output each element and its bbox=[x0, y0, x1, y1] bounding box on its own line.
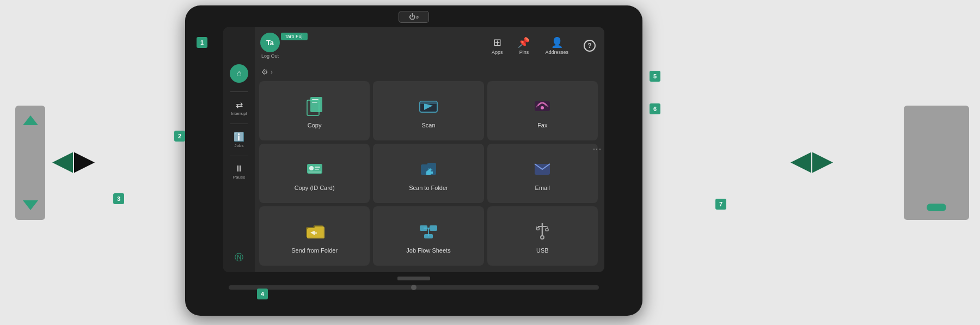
pause-icon: ⏸ bbox=[235, 164, 243, 174]
send-folder-label: Send from Folder bbox=[291, 247, 338, 254]
svg-rect-12 bbox=[315, 169, 319, 170]
sidebar-item-nfc: Ⓝ bbox=[223, 249, 255, 267]
copy-id-label: Copy (ID Card) bbox=[295, 185, 335, 191]
power-button[interactable]: ⏻↺ bbox=[399, 11, 429, 23]
email-svg-icon bbox=[530, 156, 554, 180]
nav-addresses[interactable]: 👤 Addresses bbox=[545, 36, 568, 55]
sidebar-item-pause[interactable]: ⏸ Pause bbox=[223, 161, 255, 183]
sidebar-item-jobs[interactable]: ℹ️ Jobs bbox=[223, 128, 255, 151]
callout-1: 1 bbox=[197, 37, 207, 48]
app-tile-scan-folder[interactable]: Scan to Folder bbox=[373, 144, 483, 203]
sidebar: ⌂ ⇄ Interrupt ℹ️ Jobs ⏸ Pause Ⓝ bbox=[223, 27, 255, 272]
nfc-icon: Ⓝ bbox=[235, 252, 243, 263]
copy-label: Copy bbox=[308, 122, 322, 128]
email-label: Email bbox=[535, 185, 550, 191]
fax-label: Fax bbox=[537, 122, 547, 128]
fax-svg-icon bbox=[530, 94, 554, 118]
logout-label[interactable]: Log Out bbox=[261, 53, 279, 59]
sidebar-item-interrupt[interactable]: ⇄ Interrupt bbox=[223, 96, 255, 119]
user-section: Ta Log Out bbox=[260, 33, 280, 59]
nav-apps[interactable]: ⊞ Apps bbox=[492, 36, 503, 55]
svg-rect-26 bbox=[546, 229, 548, 231]
settings-icon[interactable]: ⚙ bbox=[261, 68, 268, 76]
addresses-icon: 👤 bbox=[551, 36, 563, 48]
scan-icon-wrap bbox=[416, 94, 440, 118]
screen-header: Ta Log Out Taro Fuji ⊞ Apps 📌 Pins 👤 bbox=[223, 27, 604, 64]
app-tile-copy-id[interactable]: Copy (ID Card) bbox=[259, 144, 370, 203]
app-grid: Copy Scan bbox=[257, 79, 600, 268]
chevron-icon: › bbox=[271, 68, 273, 76]
device-body: ⏻↺ ⌂ ⇄ Interrupt ℹ️ Jobs ⏸ Pa bbox=[185, 5, 642, 316]
main-scene: 3 ⏻↺ ⌂ ⇄ Interrupt ℹ️ Jobs bbox=[0, 0, 980, 325]
svg-rect-2 bbox=[312, 99, 318, 100]
svg-rect-6 bbox=[420, 101, 437, 104]
left-navigation-arrows bbox=[52, 152, 95, 173]
app-tile-copy[interactable]: Copy bbox=[259, 81, 370, 140]
home-button[interactable]: ⌂ bbox=[230, 64, 248, 83]
copy-icon-wrap bbox=[303, 94, 327, 118]
app-tile-fax[interactable]: Fax bbox=[487, 81, 598, 140]
header-nav: ⊞ Apps 📌 Pins 👤 Addresses ? bbox=[492, 36, 596, 55]
sidebar-pause-label: Pause bbox=[233, 175, 246, 180]
interrupt-icon: ⇄ bbox=[236, 100, 243, 110]
arrow-left-icon[interactable] bbox=[52, 152, 73, 173]
svg-rect-19 bbox=[430, 225, 437, 231]
indicator-dot bbox=[411, 285, 416, 290]
tray-arrow-top-icon bbox=[23, 115, 38, 125]
right-area-arrow-right-icon[interactable] bbox=[812, 152, 833, 173]
apps-label: Apps bbox=[492, 50, 503, 55]
nav-pins[interactable]: 📌 Pins bbox=[518, 36, 530, 55]
settings-row: ⚙ › bbox=[257, 64, 277, 79]
scan-folder-label: Scan to Folder bbox=[409, 185, 448, 191]
sidebar-divider-1 bbox=[230, 91, 248, 92]
svg-point-27 bbox=[541, 236, 544, 239]
tray-arrow-bottom-icon bbox=[23, 200, 38, 210]
pins-label: Pins bbox=[519, 50, 529, 55]
callout-2: 2 bbox=[174, 131, 185, 142]
usb-bar bbox=[223, 274, 604, 282]
right-paper-tray bbox=[904, 106, 969, 220]
sidebar-jobs-label: Jobs bbox=[235, 143, 244, 148]
email-icon-wrap bbox=[530, 156, 554, 180]
apps-icon: ⊞ bbox=[493, 36, 501, 48]
svg-rect-13 bbox=[308, 171, 321, 173]
device-top-bar: ⏻↺ bbox=[185, 5, 642, 25]
job-flow-svg-icon bbox=[416, 219, 440, 243]
svg-rect-11 bbox=[315, 167, 320, 168]
usb-label: USB bbox=[536, 247, 549, 254]
scan-svg-icon bbox=[416, 94, 440, 118]
app-tile-usb[interactable]: USB bbox=[487, 206, 598, 266]
arrow-right-dark-icon[interactable] bbox=[74, 152, 95, 173]
copy-id-icon-wrap bbox=[303, 156, 327, 180]
svg-point-8 bbox=[541, 106, 544, 109]
jobs-icon: ℹ️ bbox=[234, 132, 244, 142]
job-flow-icon-wrap bbox=[416, 219, 440, 243]
callout-6: 6 bbox=[650, 103, 660, 114]
usb-icon-wrap bbox=[530, 219, 554, 243]
usb-port bbox=[397, 277, 430, 280]
sidebar-interrupt-label: Interrupt bbox=[231, 111, 247, 116]
job-flow-label: Job Flow Sheets bbox=[406, 247, 450, 254]
right-tray-button[interactable] bbox=[927, 204, 946, 211]
right-area-arrow-left-icon[interactable] bbox=[791, 152, 811, 173]
callout-3: 3 bbox=[113, 193, 124, 204]
app-tile-job-flow[interactable]: Job Flow Sheets bbox=[373, 206, 483, 266]
copy-id-svg-icon bbox=[303, 156, 327, 180]
left-paper-tray bbox=[15, 106, 45, 220]
avatar: Ta bbox=[260, 33, 280, 52]
sidebar-divider-3 bbox=[230, 156, 248, 156]
bottom-indicator-bar bbox=[229, 285, 599, 290]
app-tile-scan[interactable]: Scan bbox=[373, 81, 483, 140]
scan-folder-svg-icon bbox=[416, 156, 440, 180]
callout-7: 7 bbox=[715, 199, 726, 210]
app-tile-send-folder[interactable]: Send from Folder bbox=[259, 206, 370, 266]
svg-point-10 bbox=[309, 166, 314, 170]
app-tile-email[interactable]: Email bbox=[487, 144, 598, 203]
device-screen: ⌂ ⇄ Interrupt ℹ️ Jobs ⏸ Pause Ⓝ bbox=[223, 27, 604, 272]
addresses-label: Addresses bbox=[545, 50, 568, 55]
callout-5: 5 bbox=[650, 71, 660, 82]
help-button[interactable]: ? bbox=[584, 40, 596, 52]
fax-icon-wrap bbox=[530, 94, 554, 118]
more-options-dots[interactable]: ⋮ bbox=[592, 145, 602, 155]
username-badge: Taro Fuji bbox=[281, 33, 308, 40]
